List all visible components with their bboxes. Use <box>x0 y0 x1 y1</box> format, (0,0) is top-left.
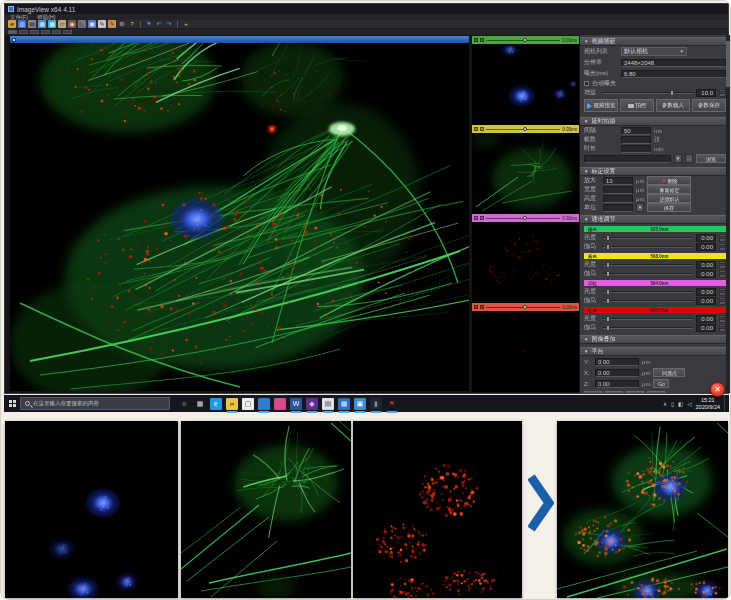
print-icon[interactable]: ▤ <box>28 20 36 28</box>
channel-2-slider-1[interactable] <box>603 300 693 302</box>
edit-icon[interactable]: ✎ <box>108 20 116 28</box>
annotate-icon[interactable]: ▣ <box>88 20 96 28</box>
unit-dropdown-button[interactable]: ▼ <box>636 203 644 212</box>
image-window-titlebar[interactable] <box>10 36 469 43</box>
channel-value[interactable]: 0.00 <box>696 270 716 278</box>
channel-2-slider-0[interactable] <box>603 291 693 293</box>
channel-value[interactable]: 0.00 <box>696 288 716 296</box>
stage-button-1[interactable]: Y置0 <box>605 391 623 393</box>
blue-channel-thumbnail[interactable] <box>472 44 579 125</box>
imaging-app-icon[interactable]: ⚑ <box>386 398 398 410</box>
mdi-tab-5[interactable] <box>63 30 72 34</box>
red-channel-thumbnail[interactable] <box>472 222 579 303</box>
channel-value[interactable]: 0.00 <box>696 297 716 305</box>
task-view-icon[interactable]: ▦ <box>194 398 206 410</box>
copy-icon[interactable]: ▱ <box>58 20 66 28</box>
title-bar[interactable]: ImageView x64 4.11 <box>5 4 728 14</box>
channel-0-bar[interactable]: 绿色525.0nm <box>584 226 726 232</box>
value-stepper[interactable] <box>719 270 726 278</box>
resolution-input[interactable]: 2448×2048 <box>621 59 726 67</box>
channel-value[interactable]: 0.00 <box>696 243 716 251</box>
flag-icon[interactable]: ⚑ <box>145 20 153 28</box>
camera-select[interactable]: 默认相机▼ <box>621 47 687 56</box>
stage-home-button[interactable]: 回原点 <box>653 368 685 377</box>
battery-icon[interactable]: ▯ <box>671 401 674 407</box>
browse-button[interactable]: 浏览 <box>696 154 726 163</box>
media-player-icon[interactable]: ▣ <box>354 398 366 410</box>
notepad-icon[interactable]: ▤ <box>322 398 334 410</box>
restore-default-button[interactable]: 还原默认 <box>647 194 691 203</box>
measure-icon[interactable]: ◺ <box>78 20 86 28</box>
start-button[interactable] <box>4 395 20 412</box>
hidden-icons-chevron[interactable]: ∧ <box>663 401 667 407</box>
channel-1-bar[interactable]: 黄色568.0nm <box>584 253 726 259</box>
path-dropdown-button[interactable]: ▼ <box>674 154 682 163</box>
image-icon[interactable]: ▦ <box>38 20 46 28</box>
gain-slider[interactable] <box>603 92 693 94</box>
channel-value[interactable]: 0.00 <box>696 234 716 242</box>
redo-icon[interactable]: ↷ <box>165 20 173 28</box>
save-params-button[interactable]: 参数保存 <box>692 99 726 112</box>
stage-button-2[interactable]: Z置0 <box>626 391 644 393</box>
cortana-icon[interactable]: ○ <box>178 398 190 410</box>
photos-icon[interactable] <box>274 398 286 410</box>
channel-1-slider-0[interactable] <box>603 264 693 266</box>
settings-icon[interactable]: ⚙ <box>118 20 126 28</box>
channel-3-bar[interactable]: 红色640.0nm <box>584 307 726 313</box>
value-stepper[interactable] <box>719 261 726 269</box>
value-stepper[interactable] <box>719 288 726 296</box>
stage-button-0[interactable]: X置0 <box>584 391 602 393</box>
volume-icon[interactable]: ◁ <box>687 401 691 407</box>
channel-3-slider-1[interactable] <box>603 327 693 329</box>
value-stepper[interactable] <box>719 324 726 332</box>
height-input[interactable] <box>603 195 633 203</box>
stage-y-input[interactable]: 0.00 <box>595 358 639 366</box>
gallery-icon[interactable]: ▦ <box>48 20 56 28</box>
interval-input[interactable]: 50 <box>621 127 651 135</box>
snap-button[interactable]: 拍照 <box>620 99 654 112</box>
value-stepper[interactable] <box>719 297 726 305</box>
section-overlay-header[interactable]: ▼图像叠加 <box>580 335 730 344</box>
visual-studio-icon[interactable]: ◆ <box>306 398 318 410</box>
exposure-input[interactable]: 6.80 <box>621 70 726 78</box>
section-capture-header[interactable]: ▼视频捕获 <box>580 37 730 46</box>
pixel-calibrate-button[interactable]: 像素标定 <box>647 185 691 194</box>
far-red-channel-thumbnail[interactable] <box>472 311 579 392</box>
section-channels-header[interactable]: ▼通道调节 <box>580 215 730 224</box>
stage-button-3[interactable]: 停止 <box>647 391 665 393</box>
save-path-input[interactable] <box>584 155 671 163</box>
taskbar-clock[interactable]: 15:21 2020/9/24 <box>696 397 720 410</box>
blue-channel-thumbnail-slider[interactable]: 0.00ms <box>472 36 579 44</box>
white-balance-icon[interactable]: ◉ <box>68 20 76 28</box>
far-red-channel-thumbnail-slider[interactable]: 0.00ms <box>472 303 579 311</box>
close-button[interactable]: ✕ <box>710 382 725 397</box>
main-image[interactable] <box>10 43 469 391</box>
green-channel-thumbnail[interactable] <box>472 133 579 214</box>
undo-icon[interactable]: ↶ <box>155 20 163 28</box>
console-icon[interactable]: ▮ <box>370 398 382 410</box>
spreadsheet-icon[interactable]: ▦ <box>338 398 350 410</box>
mdi-tab-2[interactable] <box>30 30 39 34</box>
channel-value[interactable]: 0.00 <box>696 261 716 269</box>
channel-value[interactable]: 0.00 <box>696 324 716 332</box>
help-icon[interactable]: ? <box>128 20 136 28</box>
section-calibration-header[interactable]: ▼标定设置 <box>580 167 730 176</box>
save-calibration-button[interactable]: 保存 <box>647 203 691 212</box>
stage-x-input[interactable]: 0.00 <box>595 369 639 377</box>
duration-input[interactable] <box>621 145 651 153</box>
channel-0-slider-1[interactable] <box>603 246 693 248</box>
preview-button[interactable]: 视频预览 <box>584 99 618 112</box>
crosshair-icon[interactable]: + <box>182 20 190 28</box>
mdi-tab-4[interactable] <box>52 30 61 34</box>
gain-stepper[interactable] <box>719 89 726 97</box>
stage-go-button[interactable]: Go <box>653 379 669 388</box>
show-desktop-button[interactable] <box>724 395 728 412</box>
channel-0-slider-0[interactable] <box>603 237 693 239</box>
scrollbar-thumb[interactable] <box>726 41 730 87</box>
save-icon[interactable]: ▥ <box>18 20 26 28</box>
section-stage-header[interactable]: ▼平台 <box>580 347 730 356</box>
mdi-tab-3[interactable] <box>41 30 50 34</box>
stage-z-input[interactable]: 0.00 <box>595 380 639 388</box>
mdi-tab-0[interactable] <box>8 30 17 34</box>
store-icon[interactable]: ▢ <box>242 398 254 410</box>
